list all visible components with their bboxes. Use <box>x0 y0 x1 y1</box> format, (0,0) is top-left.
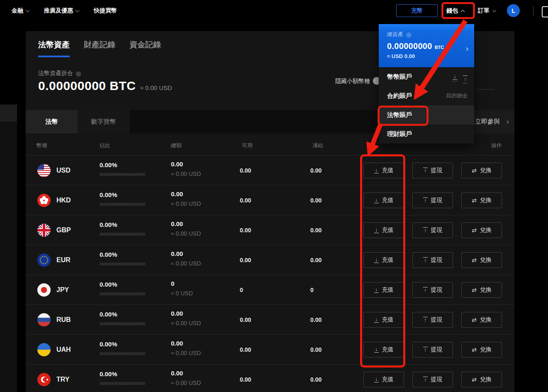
currency-row: RUB 0.00% 0.00 ≈ 0.00 USD 0.00 0.00 ↓ 充值… <box>26 305 514 335</box>
deposit-button[interactable]: ↓ 充值 <box>363 282 404 298</box>
dropdown-btc-amount: 0.00000000 <box>387 41 432 51</box>
allocation-percent: 0.00% <box>100 341 117 348</box>
deposit-button[interactable]: ↓ 充值 <box>363 372 404 387</box>
withdraw-button[interactable]: ↑ 提現 <box>412 252 453 268</box>
allocation-bar <box>100 322 145 325</box>
total-fiat-value: ≈ 0.00 USD <box>171 200 201 207</box>
chevron-right-icon[interactable]: › <box>466 44 468 53</box>
background-artifact <box>0 122 17 392</box>
download-icon: ↓ <box>374 377 379 382</box>
tab-label: 財產記錄 <box>84 40 115 49</box>
total-fiat-value: ≈ 0.00 USD <box>171 170 201 177</box>
total-fiat-value: ≈ 0.00 USD <box>171 320 201 326</box>
available-value: 0.00 <box>240 346 251 353</box>
exchange-icon: ⇄ <box>472 317 477 323</box>
allocation-bar <box>100 173 145 176</box>
avatar[interactable]: L <box>507 4 520 17</box>
exchange-icon: ⇄ <box>472 257 477 263</box>
summary-label: 法幣資產折合 <box>38 70 73 77</box>
withdraw-button[interactable]: ↑ 提現 <box>412 192 453 208</box>
promo-cta[interactable]: 立即參與 <box>475 118 500 126</box>
eye-icon[interactable]: ◎ <box>76 70 81 77</box>
currency-row: UAH 0.00% 0.00 ≈ 0.00 USD 0.00 0.00 ↓ 充值… <box>26 335 514 365</box>
try-flag-icon <box>37 373 51 386</box>
dropdown-fiat-amount: ≈ USD 0.00 <box>387 53 467 59</box>
frozen-value: 0 <box>310 287 314 293</box>
column-header: 凍結 <box>312 142 323 149</box>
chevron-down-icon <box>26 8 30 12</box>
withdraw-button[interactable]: ↑ 提現 <box>412 342 453 358</box>
orders-menu-button[interactable]: 訂單 <box>478 5 496 17</box>
nav-item[interactable]: 推廣及優惠 <box>44 7 79 15</box>
main-tab[interactable]: 資金記錄 <box>129 39 161 57</box>
exchange-button[interactable]: ⇄ 兌換 <box>461 163 502 178</box>
nav-item-label: 金融 <box>12 7 23 15</box>
gift-icon[interactable] <box>542 6 548 17</box>
total-fiat-value: ≈ 0 USD <box>171 290 193 297</box>
dropdown-total-panel[interactable]: 總資產 ◎ 0.00000000 BTC ≈ USD 0.00 › <box>379 24 474 67</box>
usd-flag-icon <box>37 164 51 177</box>
currency-code: UAH <box>56 346 71 353</box>
rub-flag-icon <box>37 313 51 326</box>
wallet-menu-button[interactable]: 錢包 <box>446 5 464 17</box>
currency-row: USD 0.00% 0.00 ≈ 0.00 USD 0.00 0.00 ↓ 充值… <box>26 156 514 185</box>
available-value: 0.00 <box>240 227 251 234</box>
dropdown-menu-item[interactable]: 合約賬戶 我的贈金 <box>379 86 474 105</box>
uah-flag-icon <box>37 343 51 356</box>
dropdown-menu-item[interactable]: 理財賬戶 <box>379 124 474 144</box>
frozen-value: 0.00 <box>310 257 321 263</box>
available-value: 0.00 <box>240 197 251 204</box>
exchange-button[interactable]: ⇄ 兌換 <box>461 372 502 387</box>
my-bonus-link[interactable]: 我的贈金 <box>446 92 468 100</box>
eye-icon[interactable]: ◎ <box>406 31 411 38</box>
deposit-button[interactable]: ↓ 充值 <box>363 312 404 328</box>
total-value: 0.00 <box>171 340 183 347</box>
withdraw-button[interactable]: ↑ 提現 <box>412 312 453 328</box>
nav-item[interactable]: 金融 <box>12 7 29 15</box>
exchange-button[interactable]: ⇄ 兌換 <box>461 192 502 208</box>
exchange-button[interactable]: ⇄ 兌換 <box>461 282 502 298</box>
gbp-flag-icon <box>37 224 51 237</box>
exchange-button[interactable]: ⇄ 兌換 <box>461 252 502 268</box>
chevron-right-icon[interactable]: › <box>507 117 509 126</box>
withdraw-button[interactable]: ↑ 提現 <box>412 163 453 178</box>
withdraw-shortcut-icon[interactable]: ↑ <box>463 70 468 83</box>
column-header: 幣種 <box>37 142 47 149</box>
exchange-icon: ⇄ <box>472 347 477 353</box>
main-tabs: 法幣資產財產記錄資金記錄 <box>38 39 161 57</box>
main-tab[interactable]: 財產記錄 <box>84 39 115 57</box>
total-value: 0 <box>171 280 174 287</box>
asset-type-tab[interactable]: 法幣 <box>26 110 78 134</box>
allocation-bar <box>100 292 145 295</box>
withdraw-button[interactable]: ↑ 提現 <box>412 372 453 387</box>
exchange-button[interactable]: ⇄ 兌換 <box>461 222 502 238</box>
withdraw-button[interactable]: ↑ 提現 <box>412 222 453 238</box>
deposit-shortcut-icon[interactable]: ↓ <box>453 72 457 81</box>
tab-label: 資金記錄 <box>129 40 161 49</box>
menu-item-label: 法幣賬戶 <box>387 111 412 119</box>
withdraw-button[interactable]: ↑ 提現 <box>412 282 453 298</box>
asset-type-tab[interactable]: 數字貨幣 <box>78 110 129 134</box>
deposit-crypto-button[interactable]: 充幣 <box>396 4 438 17</box>
deposit-button[interactable]: ↓ 充值 <box>363 192 404 208</box>
exchange-button[interactable]: ⇄ 兌換 <box>461 342 502 358</box>
top-nav: 金融 推廣及優惠 快捷買幣 充幣 錢包 訂單 L <box>0 0 548 22</box>
deposit-button[interactable]: ↓ 充值 <box>363 222 404 238</box>
dropdown-menu-item[interactable]: 法幣賬戶 <box>379 105 474 124</box>
hkd-flag-icon <box>37 194 51 207</box>
deposit-button[interactable]: ↓ 充值 <box>363 252 404 268</box>
main-tab[interactable]: 法幣資產 <box>38 39 70 57</box>
exchange-icon: ⇄ <box>472 377 477 382</box>
wallet-menu-label: 錢包 <box>446 7 458 15</box>
download-icon: ↓ <box>374 317 379 323</box>
deposit-button[interactable]: ↓ 充值 <box>363 342 404 358</box>
deposit-button[interactable]: ↓ 充值 <box>363 163 404 178</box>
table-body: USD 0.00% 0.00 ≈ 0.00 USD 0.00 0.00 ↓ 充值… <box>26 156 514 392</box>
nav-divider <box>533 6 533 15</box>
summary-fiat-amount: ≈ 0.00 USD <box>140 84 172 91</box>
menu-item-label: 理財賬戶 <box>387 130 412 138</box>
dropdown-menu-item[interactable]: 幣幣賬戶 ↓↑ <box>379 67 474 86</box>
exchange-button[interactable]: ⇄ 兌換 <box>461 312 502 328</box>
allocation-percent: 0.00% <box>100 311 117 318</box>
nav-item[interactable]: 快捷買幣 <box>94 7 117 15</box>
